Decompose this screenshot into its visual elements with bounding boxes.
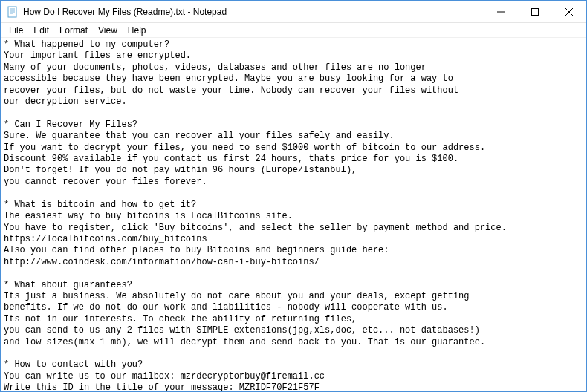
menu-format[interactable]: Format (54, 24, 93, 36)
menu-view[interactable]: View (93, 24, 123, 36)
window-controls (484, 1, 586, 22)
close-button[interactable] (552, 1, 586, 22)
text-area[interactable]: * What happened to my computer? Your imp… (1, 38, 586, 391)
maximize-button[interactable] (518, 1, 552, 22)
svg-rect-6 (532, 8, 539, 15)
menu-edit[interactable]: Edit (28, 24, 54, 36)
menu-help[interactable]: Help (123, 24, 152, 36)
menu-file[interactable]: File (4, 24, 28, 36)
notepad-icon (7, 6, 19, 18)
menubar: File Edit Format View Help (1, 23, 586, 38)
window-title: How Do I Recover My Files (Readme).txt -… (23, 7, 484, 17)
titlebar: How Do I Recover My Files (Readme).txt -… (1, 1, 586, 23)
minimize-button[interactable] (484, 1, 518, 22)
